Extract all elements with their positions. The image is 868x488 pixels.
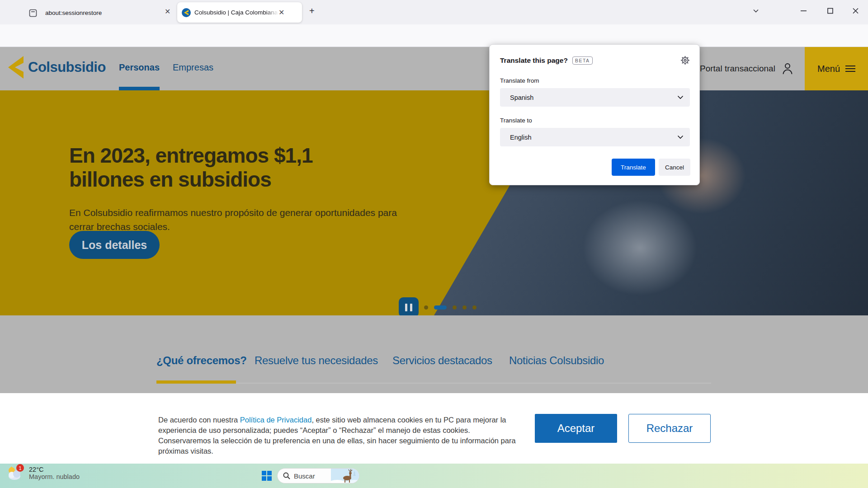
- tab-resuelve-necesidades[interactable]: Resuelve tus necesidades: [255, 354, 378, 367]
- translate-to-select[interactable]: English: [500, 128, 690, 146]
- cookie-accept-button[interactable]: Aceptar: [535, 414, 617, 443]
- translate-to-value: English: [510, 134, 532, 141]
- cookie-text: De acuerdo con nuestra Política de Priva…: [158, 415, 524, 456]
- weather-temperature: 22°C: [29, 466, 80, 473]
- privacy-policy-link[interactable]: Política de Privacidad: [240, 416, 312, 424]
- hero-carousel: [0, 90, 868, 315]
- tab-que-ofrecemos[interactable]: ¿Qué ofrecemos?: [156, 354, 247, 367]
- close-tab-icon[interactable]: ✕: [278, 9, 284, 16]
- start-button[interactable]: [262, 471, 272, 481]
- list-tabs-chevron-icon[interactable]: [752, 7, 760, 14]
- window-minimize-icon[interactable]: [800, 7, 807, 14]
- search-reindeer-art: [331, 468, 359, 483]
- tabs-divider: [156, 383, 711, 384]
- logo-text: Colsubsidio: [28, 59, 106, 75]
- active-nav-indicator: [119, 87, 160, 90]
- colsubsidio-favicon: [182, 8, 191, 17]
- content-tabs-section: ¿Qué ofrecemos? Resuelve tus necesidades…: [0, 315, 868, 393]
- cookie-banner: De acuerdo con nuestra Política de Priva…: [0, 393, 868, 464]
- colsubsidio-logo[interactable]: Colsubsidio: [7, 56, 106, 79]
- site-header: Colsubsidio Personas Empresas Portal tra…: [0, 47, 868, 90]
- popup-header: Translate this page? BETA: [500, 56, 593, 65]
- hero-heading: En 2023, entregamos $1,1 billones en sub…: [69, 144, 340, 192]
- translate-from-value: Spanish: [510, 94, 533, 101]
- hero-cta-button[interactable]: Los detalles: [69, 231, 160, 259]
- weather-description: Mayorm. nublado: [29, 473, 80, 480]
- nav-empresas[interactable]: Empresas: [173, 62, 213, 73]
- new-tab-button[interactable]: +: [309, 6, 315, 15]
- carousel-dots: [424, 305, 476, 310]
- tab-colsubsidio-active[interactable]: Colsubsidio | Caja Colombiana ✕: [177, 2, 302, 23]
- taskbar-weather-widget[interactable]: 1 22°C Mayorm. nublado: [6, 466, 80, 480]
- window-maximize-icon[interactable]: [826, 7, 834, 14]
- tab-noticias[interactable]: Noticias Colsubsidio: [509, 354, 604, 367]
- menu-label: Menú: [817, 64, 840, 74]
- portal-transaccional-link[interactable]: Portal transaccional: [700, 62, 793, 75]
- beta-badge: BETA: [572, 56, 593, 65]
- tab-session-restore[interactable]: about:sessionrestore ✕: [21, 3, 176, 23]
- close-tab-icon[interactable]: ✕: [165, 8, 170, 15]
- tab-servicios-destacados[interactable]: Servicios destacados: [392, 354, 492, 367]
- translate-from-select[interactable]: Spanish: [500, 88, 690, 107]
- translate-from-label: Translate from: [500, 77, 539, 84]
- browser-toolbar: ← → https://www.colsubsidio.com: [0, 24, 868, 47]
- chevron-down-icon: [677, 95, 684, 99]
- menu-button[interactable]: Menú: [805, 47, 868, 90]
- pause-icon: [405, 304, 407, 311]
- person-icon: [782, 62, 793, 75]
- popup-title: Translate this page?: [500, 56, 568, 65]
- carousel-pause-button[interactable]: [399, 297, 419, 317]
- translate-popup: Translate this page? BETA Translate from…: [489, 44, 700, 185]
- search-label: Buscar: [294, 472, 315, 480]
- hero-description: En Colsubsidio reafirmamos nuestro propó…: [69, 206, 399, 234]
- carousel-dot[interactable]: [424, 305, 428, 310]
- taskbar-search[interactable]: Buscar: [277, 468, 359, 483]
- notification-badge: 1: [16, 464, 24, 472]
- carousel-dot[interactable]: [462, 305, 467, 310]
- translate-cancel-button[interactable]: Cancel: [659, 159, 690, 176]
- tab-title: Colsubsidio | Caja Colombiana: [194, 9, 278, 16]
- nav-personas[interactable]: Personas: [119, 62, 160, 73]
- translate-to-label: Translate to: [500, 117, 532, 124]
- carousel-dot-active[interactable]: [434, 305, 447, 310]
- active-tab-indicator: [156, 380, 236, 384]
- chevron-down-icon: [677, 135, 684, 139]
- translate-confirm-button[interactable]: Translate: [612, 159, 655, 176]
- carousel-dot[interactable]: [472, 305, 476, 310]
- cookie-reject-button[interactable]: Rechazar: [628, 414, 711, 443]
- translate-settings-gear-icon[interactable]: [680, 56, 690, 65]
- search-icon: [283, 472, 290, 479]
- page-icon: [29, 9, 37, 17]
- colsubsidio-chevron-icon: [7, 56, 24, 79]
- portal-label: Portal transaccional: [700, 64, 775, 74]
- windows-taskbar: 1 22°C Mayorm. nublado Buscar: [0, 464, 868, 488]
- window-close-icon[interactable]: [852, 7, 859, 14]
- carousel-dot[interactable]: [453, 305, 457, 310]
- menu-burger-icon: [845, 66, 855, 72]
- weather-icon: 1: [6, 466, 24, 480]
- tab-title: about:sessionrestore: [45, 9, 102, 16]
- browser-tab-bar: about:sessionrestore ✕ Colsubsidio | Caj…: [0, 0, 868, 24]
- screen: about:sessionrestore ✕ Colsubsidio | Caj…: [0, 0, 868, 488]
